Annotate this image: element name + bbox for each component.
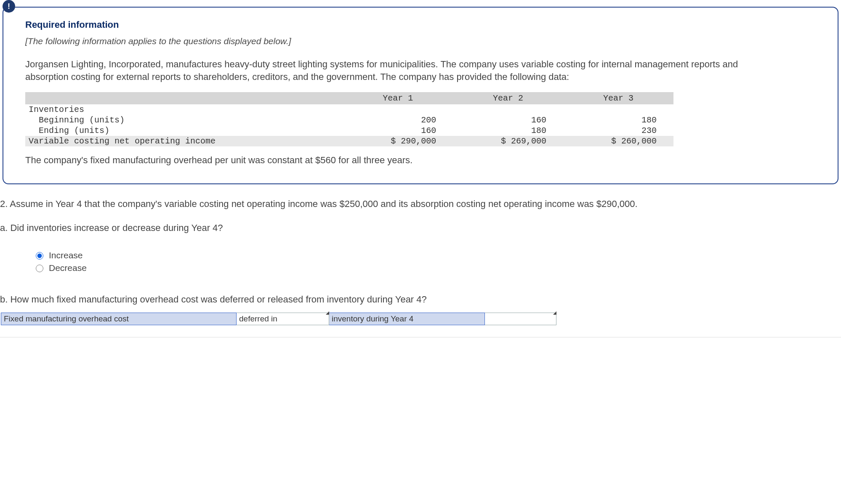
radio-group-inventory-change: Increase Decrease <box>34 250 841 273</box>
radio-increase-label: Increase <box>49 250 83 260</box>
col-blank <box>25 92 343 104</box>
alert-icon: ! <box>3 0 15 13</box>
info-followup: The company's fixed manufacturing overhe… <box>25 154 766 167</box>
cell-value: 160 <box>343 125 453 136</box>
table-row: Variable costing net operating income $ … <box>25 136 673 146</box>
answer-amount-input[interactable] <box>485 313 556 325</box>
table-row: Beginning (units) 200 160 180 <box>25 115 673 125</box>
info-note: [The following information applies to th… <box>25 36 822 46</box>
cell-value: 230 <box>563 125 673 136</box>
question-2-prompt: 2. Assume in Year 4 that the company's v… <box>0 198 841 211</box>
cell-value: $ 260,000 <box>563 136 673 146</box>
answer-row: Fixed manufacturing overhead cost deferr… <box>1 313 841 325</box>
row-inventories: Inventories <box>25 104 343 115</box>
data-table: Year 1 Year 2 Year 3 Inventories Beginni… <box>25 92 673 146</box>
col-year3: Year 3 <box>563 92 673 104</box>
info-paragraph: Jorgansen Lighting, Incorporated, manufa… <box>25 58 766 83</box>
radio-decrease-label: Decrease <box>49 263 87 273</box>
question-2b: b. How much fixed manufacturing overhead… <box>0 294 841 305</box>
cell-value: $ 269,000 <box>453 136 563 146</box>
col-year2: Year 2 <box>453 92 563 104</box>
table-row: Ending (units) 160 180 230 <box>25 125 673 136</box>
required-info-heading: Required information <box>25 19 822 30</box>
radio-increase-input[interactable] <box>36 252 43 260</box>
answer-cell-label: Fixed manufacturing overhead cost <box>1 313 237 325</box>
cell-value: 180 <box>563 115 673 125</box>
cell-value: 200 <box>343 115 453 125</box>
col-year1: Year 1 <box>343 92 453 104</box>
radio-option-decrease[interactable]: Decrease <box>34 263 841 273</box>
radio-option-increase[interactable]: Increase <box>34 250 841 260</box>
cell-value: 160 <box>453 115 563 125</box>
table-row: Inventories <box>25 104 673 115</box>
radio-decrease-input[interactable] <box>36 265 43 272</box>
row-ending-label: Ending (units) <box>25 125 343 136</box>
row-vc-label: Variable costing net operating income <box>25 136 343 146</box>
answer-cell-deferred-dropdown[interactable]: deferred in <box>237 313 329 325</box>
required-info-box: Required information [The following info… <box>3 7 838 184</box>
answer-cell-amount[interactable] <box>485 313 556 325</box>
cell-value: 180 <box>453 125 563 136</box>
answer-cell-suffix: inventory during Year 4 <box>329 313 485 325</box>
divider <box>0 337 841 337</box>
cell-value: $ 290,000 <box>343 136 453 146</box>
row-beginning-label: Beginning (units) <box>25 115 343 125</box>
question-2a: a. Did inventories increase or decrease … <box>0 223 841 233</box>
